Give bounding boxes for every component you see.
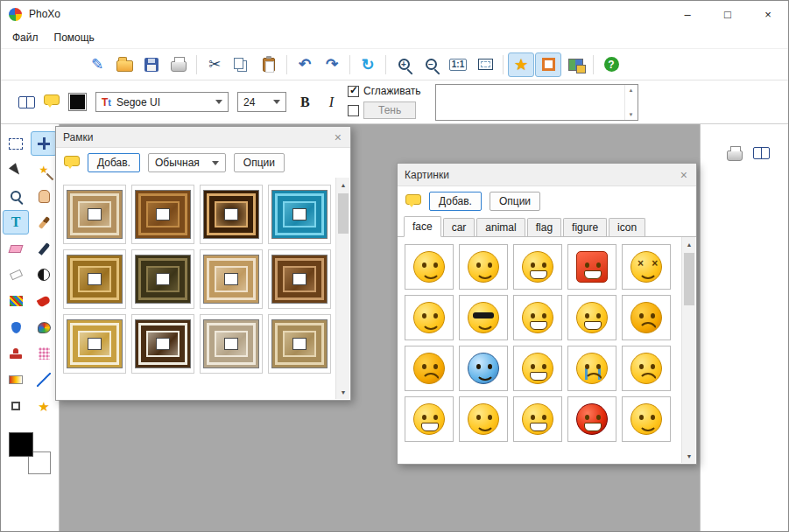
sticker-slap[interactable] [622, 396, 671, 442]
sticker-wink-tongue[interactable] [513, 244, 562, 290]
foreground-color-swatch[interactable] [9, 432, 33, 457]
spray-tool[interactable] [31, 341, 57, 366]
move-tool[interactable] [31, 131, 57, 156]
text-input-scrollbar[interactable]: ▲ ▼ [624, 85, 638, 120]
sticker-gritting-teeth[interactable] [405, 396, 454, 442]
rect-select-tool[interactable] [3, 131, 29, 156]
sticker-grumpy[interactable] [405, 346, 454, 391]
sticker-laughing[interactable] [513, 396, 562, 442]
gradient-tool[interactable] [3, 368, 29, 392]
open-button[interactable] [111, 52, 137, 77]
speech-bubble-icon[interactable] [405, 194, 421, 205]
eraser-tool[interactable] [3, 236, 29, 261]
fit-window-button[interactable] [472, 52, 498, 77]
frame-dark-vignette[interactable] [200, 185, 263, 244]
sticker-big-grin[interactable] [567, 295, 616, 340]
frame-cream-ornate[interactable] [63, 185, 126, 244]
zoom-tool[interactable] [3, 184, 29, 208]
rotate-button[interactable]: ↻ [355, 52, 381, 77]
curve-tool[interactable] [3, 289, 29, 313]
sticker-starry-eyes[interactable] [405, 244, 454, 290]
frame-gold-white[interactable] [63, 314, 126, 374]
copy-button[interactable] [229, 52, 255, 77]
sticker-frowning[interactable] [622, 346, 671, 391]
stickers-options-button[interactable]: Опции [490, 192, 540, 211]
redo-button[interactable]: ↷ [319, 52, 345, 77]
scroll-up-icon[interactable]: ▲ [682, 237, 696, 251]
close-icon[interactable]: × [679, 168, 689, 182]
print-button[interactable] [166, 52, 192, 77]
sticker-sweat-smile[interactable] [459, 396, 508, 442]
sticker-sobbing[interactable] [567, 346, 616, 391]
scroll-down-icon[interactable]: ▼ [336, 385, 350, 399]
sticker-devil[interactable] [567, 396, 616, 442]
cut-button[interactable]: ✂ [201, 52, 228, 77]
font-family-select[interactable]: Segoe UI [95, 92, 229, 112]
scroll-down-icon[interactable]: ▼ [629, 112, 634, 117]
menu-help[interactable]: Помощь [46, 29, 102, 46]
tab-animal[interactable]: animal [476, 218, 525, 236]
undo-button[interactable]: ↶ [292, 52, 318, 77]
new-button[interactable]: ✎ [84, 52, 110, 77]
pen-tool[interactable] [31, 236, 57, 261]
line-tool[interactable] [31, 368, 57, 392]
italic-button[interactable]: I [324, 93, 339, 112]
save-button[interactable] [138, 52, 165, 77]
help-button[interactable]: ? [598, 52, 624, 77]
close-button[interactable]: × [748, 1, 788, 27]
stickers-scrollbar[interactable]: ▲ ▼ [681, 237, 695, 463]
magic-wand-tool[interactable]: ★ [31, 158, 57, 182]
stickers-button[interactable] [562, 52, 588, 77]
print-preview-icon[interactable] [727, 147, 743, 161]
tab-car[interactable]: car [443, 218, 476, 236]
shape-star-tool[interactable]: ★ [31, 394, 57, 418]
book-icon[interactable] [18, 96, 35, 108]
speech-bubble-icon[interactable] [64, 156, 80, 166]
font-size-select[interactable]: 24 [237, 92, 286, 112]
text-color-swatch[interactable] [68, 93, 87, 111]
stickers-palette-titlebar[interactable]: Картинки × [398, 164, 696, 186]
frame-golden[interactable] [63, 249, 126, 309]
scroll-down-icon[interactable]: ▼ [682, 449, 696, 463]
stickers-add-button[interactable]: Добав. [429, 192, 482, 211]
sticker-shouting[interactable] [513, 346, 562, 391]
crop-tool[interactable] [3, 394, 29, 418]
frame-brown-wood[interactable] [131, 185, 194, 244]
palette-tool[interactable] [31, 315, 57, 340]
tab-flag[interactable]: flag [527, 218, 561, 236]
frame-light-marble[interactable] [200, 314, 263, 374]
tab-face[interactable]: face [404, 216, 441, 237]
favorites-button[interactable]: ★ [508, 52, 534, 77]
sticker-heart-eyes[interactable] [405, 295, 454, 340]
frame-dark-olive[interactable] [131, 249, 194, 309]
stamp-tool[interactable] [3, 341, 29, 366]
frame-beige-pattern[interactable] [200, 249, 263, 309]
frames-options-button[interactable]: Опции [234, 153, 285, 172]
scroll-up-icon[interactable]: ▲ [336, 178, 350, 192]
frames-button[interactable] [535, 52, 561, 77]
sticker-happy[interactable] [459, 244, 508, 290]
sticker-freezing[interactable] [459, 346, 508, 391]
fill-tool[interactable] [3, 315, 29, 340]
sticker-money-drool[interactable] [513, 295, 562, 340]
zoom-out-button[interactable]: − [418, 52, 444, 77]
sticker-furious[interactable] [622, 295, 671, 340]
pick-arrow-tool[interactable] [3, 158, 29, 182]
text-tool[interactable]: T [3, 210, 29, 234]
actual-size-button[interactable]: 1:1 [445, 52, 471, 77]
speech-bubble-icon[interactable] [44, 94, 60, 105]
scroll-up-icon[interactable]: ▲ [629, 88, 634, 93]
frames-style-select[interactable]: Обычная [148, 153, 226, 172]
smooth-checkbox[interactable] [348, 86, 359, 97]
menu-file[interactable]: Файл [4, 29, 46, 46]
frame-dark-brown-mat[interactable] [131, 314, 194, 374]
close-icon[interactable]: × [333, 130, 343, 144]
frame-brown-weave[interactable] [268, 249, 331, 309]
frame-teal-ornate[interactable] [268, 185, 331, 244]
frame-beige-swirl[interactable] [268, 314, 331, 374]
sticker-cool-shades[interactable] [459, 295, 508, 340]
tab-icon[interactable]: icon [609, 218, 645, 236]
brush-tool[interactable] [31, 210, 57, 234]
frames-palette-titlebar[interactable]: Рамки × [56, 127, 350, 148]
red-brush-tool[interactable] [31, 289, 57, 313]
